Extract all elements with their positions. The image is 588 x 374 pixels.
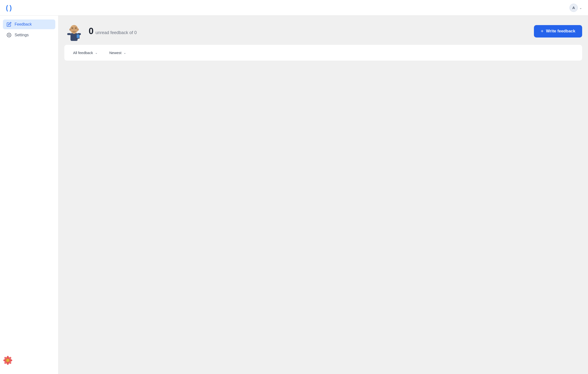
filters-bar: All feedback ⌄ Newest ⌄ [64, 45, 582, 61]
svg-point-23 [77, 29, 79, 31]
gear-icon [6, 33, 12, 38]
svg-point-22 [69, 29, 71, 31]
write-feedback-label: Write feedback [546, 29, 575, 34]
svg-point-16 [8, 361, 9, 361]
unread-count-display: 0 unread feedback of 0 [89, 26, 137, 36]
svg-point-14 [7, 361, 8, 361]
newest-dropdown[interactable]: Newest ⌄ [106, 49, 129, 57]
newest-chevron-icon: ⌄ [124, 51, 126, 54]
svg-point-15 [8, 361, 8, 361]
app-layout: Feedback Settings [0, 0, 588, 374]
sidebar-nav: Feedback Settings [0, 20, 58, 40]
user-avatar: A [569, 4, 578, 12]
sidebar-bottom [0, 355, 58, 370]
sidebar-item-settings[interactable]: Settings [3, 30, 55, 40]
newest-label: Newest [109, 51, 122, 55]
svg-point-24 [73, 30, 74, 31]
main-content: 0 unread feedback of 0 + Write feedback … [58, 16, 588, 374]
page-header-left: 0 unread feedback of 0 [64, 21, 137, 41]
svg-point-11 [7, 360, 8, 360]
svg-point-13 [8, 360, 9, 360]
unread-count-number: 0 [89, 26, 94, 36]
svg-point-0 [9, 35, 10, 36]
mascot-illustration [64, 21, 84, 41]
edit-icon [6, 22, 12, 27]
svg-point-25 [71, 26, 74, 27]
sidebar-item-feedback[interactable]: Feedback [3, 20, 55, 29]
plus-icon: + [541, 29, 544, 34]
svg-rect-27 [77, 34, 79, 38]
svg-point-12 [8, 360, 8, 360]
unread-count-label: unread feedback of 0 [95, 30, 137, 35]
chevron-down-icon: ⌄ [579, 6, 582, 10]
sidebar-settings-label: Settings [15, 33, 29, 37]
write-feedback-button[interactable]: + Write feedback [534, 25, 582, 38]
page-header-section: 0 unread feedback of 0 + Write feedback [64, 21, 582, 41]
all-feedback-dropdown[interactable]: All feedback ⌄ [70, 49, 101, 57]
flower-icon[interactable] [3, 355, 13, 365]
logo: ( ) [6, 4, 11, 12]
sidebar-feedback-label: Feedback [15, 22, 32, 27]
empty-state-area [64, 61, 582, 182]
sidebar: Feedback Settings [0, 16, 58, 374]
all-feedback-chevron-icon: ⌄ [95, 51, 98, 54]
user-menu[interactable]: A ⌄ [569, 4, 582, 12]
all-feedback-label: All feedback [73, 51, 93, 55]
top-header: ( ) A ⌄ [0, 0, 588, 16]
svg-rect-18 [67, 33, 71, 35]
